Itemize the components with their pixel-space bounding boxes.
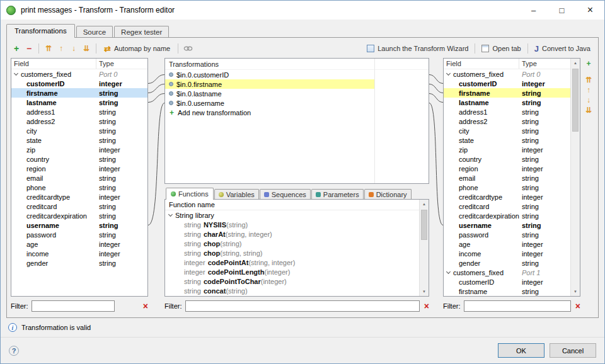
target-field-row[interactable]: firstname string: [444, 88, 570, 98]
target-field-row[interactable]: income integer: [444, 249, 570, 258]
source-field-row[interactable]: region integer: [11, 164, 147, 173]
function-item[interactable]: integercodePointLength(integer): [165, 267, 419, 276]
functions-scrollbar[interactable]: ▲ ▼: [419, 200, 429, 296]
maximize-button[interactable]: □: [548, 1, 576, 20]
transformation-item[interactable]: $in.0.username: [165, 98, 429, 108]
field-column-header[interactable]: Field: [444, 59, 519, 69]
target-field-row[interactable]: address1 string: [444, 107, 570, 117]
source-field-row[interactable]: phone string: [11, 183, 147, 192]
move-top-icon[interactable]: ⇈: [584, 75, 594, 85]
ok-button[interactable]: OK: [498, 343, 544, 358]
source-field-row[interactable]: lastname string: [11, 98, 147, 107]
source-field-row[interactable]: firstname string: [11, 88, 147, 98]
help-icon[interactable]: ?: [9, 346, 19, 356]
target-field-row[interactable]: creditcard string: [444, 202, 570, 211]
collapse-chevron-icon[interactable]: [14, 71, 18, 75]
open-tab-button[interactable]: Open tab: [478, 43, 524, 54]
tab-transformations[interactable]: Transformations: [6, 24, 75, 38]
source-field-row[interactable]: customerID integer: [11, 79, 147, 88]
tab-variables[interactable]: Variables: [214, 189, 259, 200]
source-field-row[interactable]: creditcardtype integer: [11, 192, 147, 202]
chain-icon[interactable]: [182, 43, 193, 54]
target-field-row[interactable]: lastname string: [444, 98, 570, 107]
automap-button[interactable]: ⇄ Automap by name: [100, 43, 174, 55]
scrollbar-thumb[interactable]: [572, 69, 579, 132]
launch-wizard-button[interactable]: Launch the Transform Wizard: [363, 43, 472, 54]
remove-mapping-icon[interactable]: −: [23, 43, 35, 54]
collapse-chevron-icon[interactable]: [168, 212, 173, 216]
target-filter-input[interactable]: [464, 300, 571, 312]
source-field-row[interactable]: country string: [11, 154, 147, 164]
target-field-row[interactable]: city string: [444, 126, 570, 135]
tab-sequences[interactable]: Sequences: [260, 189, 311, 200]
target-field-row[interactable]: region integer: [444, 164, 570, 173]
source-field-row[interactable]: city string: [11, 126, 147, 135]
source-field-row[interactable]: creditcardexpiration string: [11, 211, 147, 220]
clear-filter-icon[interactable]: ×: [143, 302, 148, 310]
close-button[interactable]: ×: [576, 1, 604, 20]
function-item[interactable]: integercodePointAt(string, integer): [165, 258, 419, 267]
tab-parameters[interactable]: Parameters: [311, 189, 364, 200]
target-field-row[interactable]: gender string: [444, 258, 570, 268]
function-item[interactable]: stringchop(string): [165, 239, 419, 248]
function-item[interactable]: stringNYSIIS(string): [165, 220, 419, 229]
source-field-row[interactable]: address2 string: [11, 117, 147, 126]
target-scrollbar[interactable]: ▲ ▼: [570, 59, 580, 296]
function-name-header[interactable]: Function name: [165, 200, 429, 210]
source-field-row[interactable]: age integer: [11, 239, 147, 249]
target-field-row[interactable]: creditcardtype integer: [444, 192, 570, 202]
field-column-header[interactable]: Field: [11, 59, 96, 69]
add-field-icon[interactable]: +: [584, 59, 594, 69]
scroll-down-icon[interactable]: ▼: [571, 287, 580, 296]
move-down-icon[interactable]: ↓: [584, 95, 594, 105]
function-item[interactable]: stringcharAt(string, integer): [165, 229, 419, 239]
tab-source[interactable]: Source: [76, 26, 113, 38]
move-up-icon[interactable]: ↑: [55, 43, 67, 54]
tab-dictionary[interactable]: Dictionary: [364, 189, 412, 200]
tab-regex-tester[interactable]: Regex tester: [114, 26, 169, 38]
target-record-row[interactable]: customers_fixed Port 1: [444, 268, 570, 277]
source-field-row[interactable]: email string: [11, 173, 147, 183]
target-field-row[interactable]: creditcardexpiration string: [444, 211, 570, 220]
target-field-row[interactable]: password string: [444, 230, 570, 239]
add-transformation-row[interactable]: + Add new transformation: [165, 108, 429, 117]
functions-filter-input[interactable]: [185, 300, 420, 312]
target-record-row[interactable]: customers_fixed Port 0: [444, 69, 570, 79]
target-field-row[interactable]: firstname string: [444, 287, 570, 296]
source-field-row[interactable]: income integer: [11, 249, 147, 258]
source-field-row[interactable]: creditcard string: [11, 202, 147, 211]
target-field-row[interactable]: zip integer: [444, 145, 570, 154]
transformation-item[interactable]: $in.0.customerID: [165, 70, 429, 79]
clear-filter-icon[interactable]: ×: [575, 302, 580, 310]
target-field-row[interactable]: email string: [444, 173, 570, 183]
function-library-row[interactable]: String library: [165, 210, 419, 220]
source-field-row[interactable]: state string: [11, 135, 147, 145]
move-down-icon[interactable]: ↓: [68, 43, 79, 54]
clear-filter-icon[interactable]: ×: [424, 302, 429, 310]
function-item[interactable]: stringconcat(string): [165, 286, 419, 295]
transformation-item[interactable]: $in.0.lastname: [165, 89, 429, 98]
source-filter-input[interactable]: [32, 300, 115, 312]
source-record-row[interactable]: customers_fixed Port 0: [11, 69, 147, 79]
source-field-row[interactable]: zip integer: [11, 145, 147, 154]
source-field-row[interactable]: address1 string: [11, 107, 147, 117]
transformation-item[interactable]: $in.0.firstname: [165, 79, 429, 89]
cancel-button[interactable]: Cancel: [550, 343, 596, 358]
collapse-chevron-icon[interactable]: [446, 71, 451, 75]
scroll-down-icon[interactable]: ▼: [420, 287, 429, 296]
convert-to-java-button[interactable]: J Convert to Java: [531, 43, 594, 55]
type-column-header[interactable]: Type: [96, 59, 147, 69]
scrollbar-thumb[interactable]: [421, 210, 427, 240]
move-top-icon[interactable]: ⇈: [43, 43, 54, 54]
target-field-row[interactable]: state string: [444, 135, 570, 145]
source-field-row[interactable]: password string: [11, 230, 147, 239]
type-column-header[interactable]: Type: [519, 59, 570, 69]
target-field-row[interactable]: username string: [444, 220, 570, 230]
function-item[interactable]: stringchop(string, string): [165, 248, 419, 258]
target-field-row[interactable]: customerID integer: [444, 79, 570, 88]
target-field-row[interactable]: country string: [444, 154, 570, 164]
collapse-chevron-icon[interactable]: [446, 269, 451, 273]
scroll-up-icon[interactable]: ▲: [420, 200, 429, 208]
move-up-icon[interactable]: ↑: [584, 85, 594, 95]
function-item[interactable]: stringcodePointToChar(integer): [165, 276, 419, 286]
